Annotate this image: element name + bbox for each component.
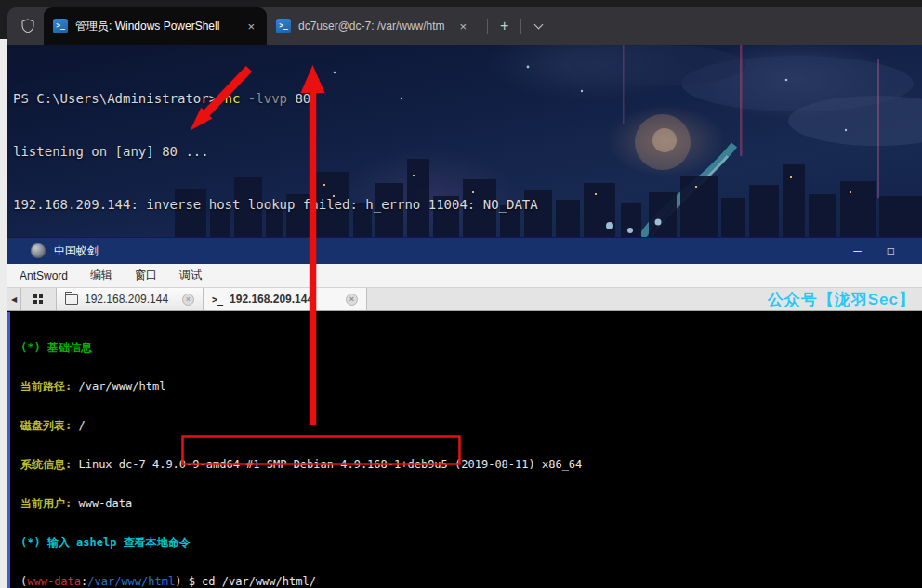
menu-antsword[interactable]: AntSword bbox=[20, 269, 68, 282]
divider bbox=[520, 19, 521, 34]
term-prompt-line: (www-data:/var/www/html) $ cd /var/www/h… bbox=[20, 575, 922, 588]
new-tab-button[interactable]: + bbox=[496, 18, 512, 34]
term-info-header: (*) 基础信息 bbox=[20, 341, 922, 354]
tab-scroll-back-button[interactable]: ◀ bbox=[7, 288, 21, 310]
windows-terminal-window: >_ 管理员: Windows PowerShell × >_ dc7user@… bbox=[7, 7, 922, 237]
powershell-icon: >_ bbox=[53, 19, 68, 33]
antsword-logo-icon bbox=[31, 243, 46, 258]
close-tab-icon[interactable]: × bbox=[182, 294, 194, 306]
antsword-title-bar: 中国蚁剑 ─ □ bbox=[7, 238, 922, 264]
powershell-output: PS C:\Users\Administrator> nc -lvvp 80 l… bbox=[13, 55, 593, 237]
ps-line-lookup: 192.168.209.144: inverse host lookup fai… bbox=[13, 196, 593, 214]
ps-line-listening: listening on [any] 80 ... bbox=[13, 143, 593, 161]
flags-token: -lvvp bbox=[240, 91, 287, 106]
terminal-icon: >_ bbox=[212, 294, 223, 305]
antsword-menu-bar: AntSword 编辑 窗口 调试 bbox=[7, 264, 922, 288]
terminal-tab-bar: >_ 管理员: Windows PowerShell × >_ dc7user@… bbox=[7, 7, 922, 45]
watermark: 公众号【泷羽Sec】 bbox=[768, 289, 915, 310]
maximize-button[interactable]: □ bbox=[888, 244, 894, 257]
minimize-button[interactable]: ─ bbox=[853, 244, 862, 257]
command-token: nc bbox=[225, 91, 241, 106]
terminal-tab-title: 管理员: Windows PowerShell bbox=[75, 19, 237, 34]
folder-icon bbox=[65, 294, 78, 305]
menu-window[interactable]: 窗口 bbox=[135, 268, 157, 283]
terminal-tab-ssh[interactable]: >_ dc7user@dc-7: /var/www/htm × bbox=[267, 7, 479, 45]
tab-virtual-terminal[interactable]: >_ 192.168.209.144 × bbox=[204, 288, 367, 310]
powershell-screen[interactable]: PS C:\Users\Administrator> nc -lvvp 80 l… bbox=[7, 45, 922, 237]
screenshot-root: >_ 管理员: Windows PowerShell × >_ dc7user@… bbox=[0, 0, 922, 588]
window-title: 中国蚁剑 bbox=[54, 243, 99, 259]
term-row-disks: 磁盘列表: / bbox=[20, 419, 922, 432]
grid-icon bbox=[33, 294, 44, 305]
background-window-edge bbox=[0, 39, 7, 588]
close-tab-icon[interactable]: × bbox=[244, 19, 257, 34]
term-row-path: 当前路径: /var/www/html bbox=[20, 380, 922, 393]
tab-grid-button[interactable] bbox=[21, 288, 57, 310]
menu-edit[interactable]: 编辑 bbox=[90, 268, 112, 283]
menu-debug[interactable]: 调试 bbox=[179, 268, 202, 283]
antsword-window: 中国蚁剑 ─ □ AntSword 编辑 窗口 调试 ◀ 192.168.209… bbox=[7, 238, 922, 588]
close-tab-icon[interactable]: × bbox=[456, 19, 469, 34]
close-tab-icon[interactable]: × bbox=[346, 294, 358, 306]
chevron-down-icon[interactable] bbox=[534, 20, 544, 30]
term-row-user: 当前用户: www-data bbox=[20, 497, 922, 510]
admin-shield-icon bbox=[20, 17, 36, 35]
antsword-terminal[interactable]: (*) 基础信息 当前路径: /var/www/html 磁盘列表: / 系统信… bbox=[7, 312, 922, 588]
term-help-line: (*) 输入 ashelp 查看本地命令 bbox=[20, 536, 922, 549]
tab-file-manager[interactable]: 192.168.209.144 × bbox=[57, 288, 204, 310]
ps-line-command: PS C:\Users\Administrator> nc -lvvp 80 bbox=[13, 90, 593, 108]
terminal-tab-title: dc7user@dc-7: /var/www/htm bbox=[298, 20, 449, 33]
terminal-tab-powershell[interactable]: >_ 管理员: Windows PowerShell × bbox=[44, 7, 267, 45]
divider bbox=[487, 19, 488, 34]
antsword-tab-bar: ◀ 192.168.209.144 × >_ 192.168.209.144 ×… bbox=[7, 288, 922, 311]
powershell-icon: >_ bbox=[276, 19, 291, 33]
term-row-system: 系统信息: Linux dc-7 4.9.0-9-amd64 #1 SMP De… bbox=[20, 458, 922, 471]
